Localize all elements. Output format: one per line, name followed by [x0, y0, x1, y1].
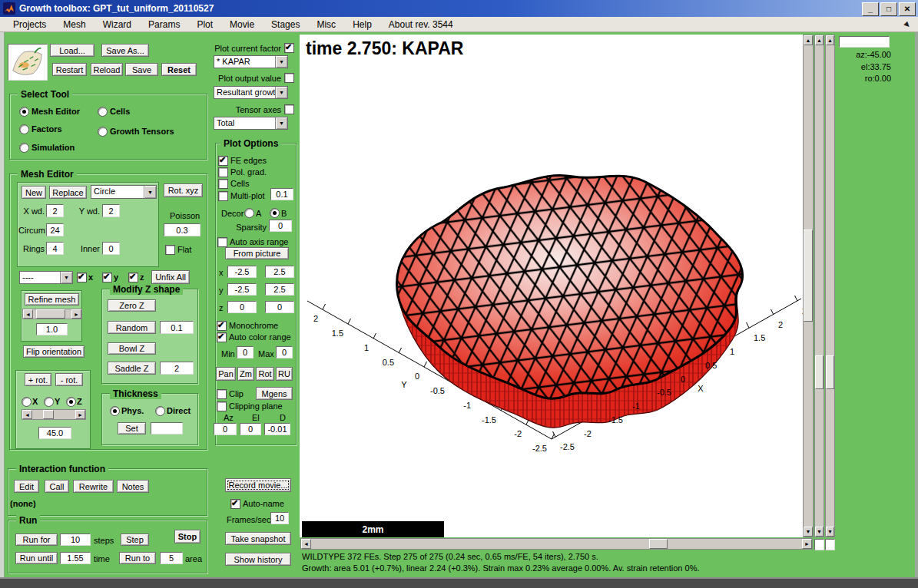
vertical-scrollbar-thumb[interactable] — [804, 230, 813, 322]
scrollbar-down-arrow-icon[interactable]: ▼ — [804, 527, 813, 537]
rings-field[interactable]: 4 — [46, 242, 64, 255]
rotate-axis-y-radio[interactable] — [44, 397, 54, 407]
slider-down-arrow-icon[interactable]: ▼ — [815, 527, 824, 537]
dropdown-arrow-icon[interactable]: ▼ — [60, 272, 72, 283]
inner-field[interactable]: 0 — [102, 242, 120, 255]
azimuth-mini-field[interactable] — [814, 539, 824, 550]
fix-dropdown[interactable]: ---- ▼ — [19, 271, 73, 284]
run-to-area-field[interactable]: 5 — [160, 552, 183, 564]
rotate-slider-thumb[interactable] — [43, 410, 54, 419]
zero-z-button[interactable]: Zero Z — [108, 299, 156, 312]
random-z-field[interactable]: 0.1 — [160, 321, 194, 334]
plot-canvas[interactable]: -2.5 -2 -1.5 -1 -0.5 0 0.5 1 1.5 2 2.5 2… — [300, 35, 803, 537]
slider-right-arrow-icon[interactable]: ► — [71, 309, 81, 319]
saddle-z-field[interactable]: 2 — [160, 362, 194, 375]
tensor-axes-checkbox[interactable] — [284, 104, 294, 114]
menu-plot[interactable]: Plot — [188, 19, 221, 30]
refine-slider-thumb[interactable] — [36, 309, 65, 319]
pol-grad-checkbox[interactable] — [218, 167, 228, 177]
thickness-direct-radio[interactable] — [155, 406, 165, 416]
y-wd-field[interactable]: 2 — [102, 204, 120, 217]
minimize-button[interactable]: _ — [862, 2, 879, 16]
unfix-all-button[interactable]: Unfix All — [151, 270, 190, 284]
elevation-mini-field[interactable] — [825, 539, 835, 550]
run-to-button[interactable]: Run to — [119, 552, 156, 564]
menu-params[interactable]: Params — [140, 19, 188, 30]
thickness-value-field[interactable] — [151, 422, 183, 434]
y-max-field[interactable]: 2.5 — [265, 283, 294, 296]
slider-left-arrow-icon[interactable]: ◄ — [23, 309, 33, 319]
y-min-field[interactable]: -2.5 — [227, 283, 257, 296]
fix-x-checkbox[interactable] — [77, 273, 87, 282]
tensor-dropdown[interactable]: Total ▼ — [214, 117, 288, 130]
monochrome-checkbox[interactable] — [217, 321, 227, 331]
refine-slider[interactable]: ◄ ► — [22, 309, 82, 319]
auto-color-range-checkbox[interactable] — [217, 332, 227, 342]
menu-wizard[interactable]: Wizard — [94, 19, 140, 30]
new-mesh-button[interactable]: New — [22, 186, 46, 199]
refine-mesh-button[interactable]: Refine mesh — [25, 293, 79, 306]
saddle-z-button[interactable]: Saddle Z — [108, 362, 156, 375]
thickness-set-button[interactable]: Set — [118, 422, 146, 434]
save-as-button[interactable]: Save As... — [101, 44, 149, 57]
rewrite-button[interactable]: Rewrite — [73, 480, 114, 493]
slider-left-arrow-icon[interactable]: ◄ — [22, 410, 32, 419]
scrollbar-up-arrow-icon[interactable]: ▲ — [804, 35, 813, 45]
sparsity-field[interactable]: 0 — [269, 220, 292, 232]
menu-stages[interactable]: Stages — [263, 19, 308, 30]
max-field[interactable]: 0 — [276, 346, 293, 358]
edit-button[interactable]: Edit — [14, 480, 39, 493]
load-button[interactable]: Load... — [50, 44, 94, 57]
zoom-button[interactable]: Zm — [237, 367, 254, 381]
scrollbar-right-arrow-icon[interactable]: ► — [802, 539, 812, 549]
reload-button[interactable]: Reload — [91, 63, 123, 76]
frames-per-sec-field[interactable]: 10 — [270, 512, 289, 524]
restart-button[interactable]: Restart — [52, 63, 87, 76]
multi-plot-field[interactable]: 0.1 — [270, 188, 293, 200]
elevation-slider-thumb[interactable] — [826, 355, 834, 389]
slider-up-arrow-icon[interactable]: ▲ — [826, 35, 834, 45]
replace-mesh-button[interactable]: Replace — [49, 186, 87, 199]
z-max-field[interactable]: 0 — [265, 301, 294, 313]
clip-el-field[interactable]: 0 — [240, 423, 261, 435]
auto-name-checkbox[interactable] — [230, 499, 240, 509]
view-edit-field[interactable] — [839, 36, 890, 48]
slider-right-arrow-icon[interactable]: ► — [75, 410, 85, 419]
menu-misc[interactable]: Misc — [308, 19, 344, 30]
close-button[interactable]: ✕ — [899, 2, 916, 16]
run-until-button[interactable]: Run until — [15, 552, 58, 564]
dropdown-arrow-icon[interactable]: ▼ — [275, 87, 287, 98]
fix-y-checkbox[interactable] — [102, 273, 112, 282]
plot-3d-view[interactable]: -2.5 -2 -1.5 -1 -0.5 0 0.5 1 1.5 2 2.5 2… — [300, 35, 803, 537]
menu-movie[interactable]: Movie — [221, 19, 263, 30]
circum-field[interactable]: 24 — [46, 223, 64, 236]
dropdown-arrow-icon[interactable]: ▼ — [275, 117, 287, 129]
simulation-radio[interactable] — [19, 143, 29, 153]
horizontal-scrollbar-thumb[interactable] — [649, 539, 668, 549]
call-button[interactable]: Call — [45, 480, 69, 493]
maximize-button[interactable]: □ — [880, 2, 897, 16]
flat-checkbox[interactable] — [165, 245, 175, 255]
menu-mesh[interactable]: Mesh — [55, 19, 94, 30]
bowl-z-button[interactable]: Bowl Z — [108, 342, 156, 355]
x-wd-field[interactable]: 2 — [46, 204, 64, 217]
rot-plus-button[interactable]: + rot. — [25, 373, 51, 386]
dropdown-arrow-icon[interactable]: ▼ — [144, 186, 156, 198]
rotate-axis-x-radio[interactable] — [22, 397, 31, 407]
scrollbar-left-arrow-icon[interactable]: ◄ — [301, 539, 311, 549]
x-max-field[interactable]: 2.5 — [265, 266, 294, 278]
plot-output-value-checkbox[interactable] — [284, 73, 294, 83]
mgens-button[interactable]: Mgens — [256, 387, 293, 400]
cells-checkbox[interactable] — [218, 179, 228, 189]
mesh-shape-dropdown[interactable]: Circle ▼ — [91, 185, 157, 199]
plot-horizontal-scrollbar[interactable]: ◄ ► — [300, 538, 813, 550]
reset-button[interactable]: Reset — [161, 63, 197, 76]
poisson-field[interactable]: 0.3 — [164, 223, 201, 236]
thickness-phys-radio[interactable] — [110, 406, 120, 416]
z-min-field[interactable]: 0 — [227, 301, 257, 313]
run-until-time-field[interactable]: 1.55 — [60, 552, 91, 564]
clip-az-field[interactable]: 0 — [214, 423, 237, 435]
notes-button[interactable]: Notes — [117, 480, 149, 493]
slider-down-arrow-icon[interactable]: ▼ — [826, 527, 834, 537]
factor-dropdown[interactable]: * KAPAR ▼ — [214, 55, 288, 68]
